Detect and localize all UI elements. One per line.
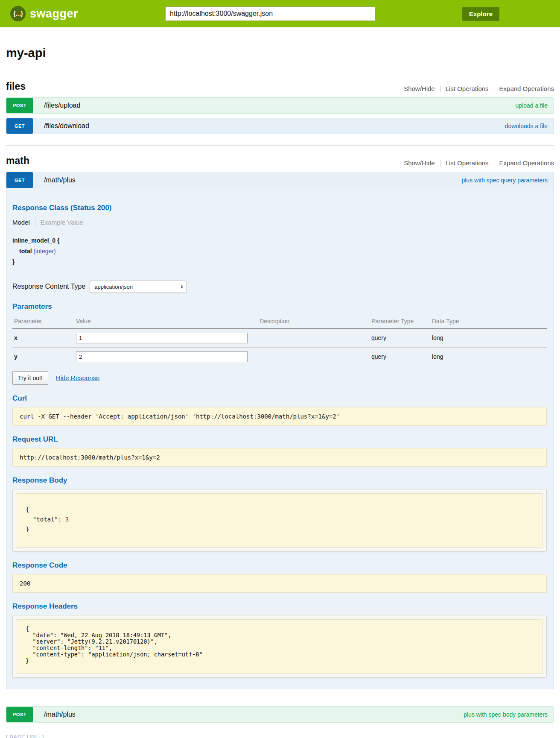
param-data-type-x: long <box>430 328 547 348</box>
param-row-y: y query long <box>12 347 547 366</box>
files-expand-operations-link[interactable]: Expand Operations <box>499 85 554 92</box>
brand-name: swagger <box>30 7 78 20</box>
files-section: files Show/Hide List Operations Expand O… <box>6 81 554 134</box>
section-divider <box>6 145 554 146</box>
response-class-heading: Response Class (Status 200) <box>12 204 547 212</box>
model-signature: inline_model_0 { total (integer) } <box>12 235 547 268</box>
explore-button[interactable]: Explore <box>462 7 499 21</box>
page-title: my-api <box>6 46 554 60</box>
tab-model[interactable]: Model <box>12 219 30 226</box>
operation-block-get-math-plus: GET /math/plus plus with spec query para… <box>6 172 554 689</box>
swagger-logo-icon: {…} <box>10 6 26 21</box>
endpoint-summary-get-math-plus[interactable]: plus with spec query parameters <box>461 172 548 188</box>
json-prefix: { "total": <box>26 506 65 523</box>
model-close: } <box>12 257 547 267</box>
math-list-operations-link[interactable]: List Operations <box>446 159 489 167</box>
math-expand-operations-link[interactable]: Expand Operations <box>499 159 554 167</box>
math-show-hide-link[interactable]: Show/Hide <box>404 159 435 167</box>
endpoint-path-files-upload[interactable]: /files/upload <box>44 98 515 113</box>
section-title-math: math <box>6 155 29 167</box>
response-content-type-label: Response Content Type <box>12 283 85 290</box>
parameters-table: Parameter Value Description Parameter Ty… <box>12 315 547 366</box>
param-data-type-y: long <box>430 347 547 366</box>
model-prop-name: total <box>19 248 32 255</box>
model-open: inline_model_0 { <box>12 235 547 246</box>
endpoint-row-get-math-plus[interactable]: GET /math/plus plus with spec query para… <box>6 172 554 188</box>
link-divider <box>494 160 494 167</box>
request-url-value: http://localhost:3000/math/plus?x=1&y=2 <box>12 448 547 467</box>
parameters-heading: Parameters <box>12 302 547 311</box>
col-header-parameter-type: Parameter Type <box>370 315 430 328</box>
link-divider <box>440 160 440 167</box>
url-input-wrap <box>78 6 462 21</box>
endpoint-row-post-math-plus[interactable]: POST /math/plus plus with spec body para… <box>6 706 554 723</box>
json-suffix: } <box>26 526 29 533</box>
spec-url-input[interactable] <box>165 6 375 21</box>
files-list-operations-link[interactable]: List Operations <box>446 85 489 92</box>
endpoint-summary-files-upload[interactable]: upload a file <box>515 98 548 113</box>
tab-divider <box>35 217 35 228</box>
endpoint-summary-files-download[interactable]: downloads a file <box>505 118 548 134</box>
try-it-out-button[interactable]: Try it out! <box>12 371 48 385</box>
operation-content: Response Class (Status 200) Model Exampl… <box>6 188 554 689</box>
response-content-type-select[interactable]: application/json ▲▼ <box>90 281 187 293</box>
endpoint-row-files-upload[interactable]: POST /files/upload upload a file <box>6 97 554 114</box>
method-badge-post: POST <box>6 98 33 113</box>
response-code-value: 200 <box>12 574 547 593</box>
math-section-links: Show/Hide List Operations Expand Operati… <box>404 159 554 167</box>
top-header: {…} swagger Explore <box>0 0 560 27</box>
response-code-heading: Response Code <box>12 561 547 570</box>
files-section-links: Show/Hide List Operations Expand Operati… <box>404 85 554 92</box>
response-body-json: { "total": 3 } <box>17 493 542 548</box>
col-header-data-type: Data Type <box>430 315 547 328</box>
endpoint-path-get-math-plus[interactable]: /math/plus <box>44 172 461 188</box>
param-name-y: y <box>12 347 74 366</box>
response-headers-container: { "date": "Wed, 22 Aug 2018 18:49:13 GMT… <box>12 615 547 678</box>
endpoint-summary-post-math-plus[interactable]: plus with spec body parameters <box>464 707 548 722</box>
model-prop-type: (integer) <box>33 248 55 255</box>
param-type-x: query <box>370 328 430 348</box>
section-title-files: files <box>6 81 26 92</box>
method-badge-get: GET <box>6 172 33 188</box>
param-description-x <box>258 328 370 348</box>
col-header-parameter: Parameter <box>12 315 74 328</box>
param-description-y <box>258 347 370 366</box>
select-arrows-icon: ▲▼ <box>180 284 183 289</box>
endpoint-row-files-download[interactable]: GET /files/download downloads a file <box>6 118 554 134</box>
curl-heading: Curl <box>12 394 547 403</box>
param-row-x: x query long <box>12 328 547 348</box>
json-number-value: 3 <box>65 516 69 523</box>
param-value-input-y[interactable] <box>76 351 248 362</box>
response-headers-heading: Response Headers <box>12 602 547 611</box>
col-header-description: Description <box>258 315 370 328</box>
swagger-brand[interactable]: {…} swagger <box>10 6 78 21</box>
files-show-hide-link[interactable]: Show/Hide <box>404 85 435 92</box>
param-type-y: query <box>370 347 430 366</box>
main-content: my-api files Show/Hide List Operations E… <box>6 46 554 738</box>
method-badge-post: POST <box>6 707 33 722</box>
base-url-label: [ BASE URL: ] <box>6 734 44 738</box>
link-divider <box>440 85 440 92</box>
request-url-heading: Request URL <box>12 435 547 444</box>
param-name-x: x <box>12 328 74 348</box>
link-divider <box>494 85 494 92</box>
tab-example-value[interactable]: Example Value <box>41 219 83 226</box>
response-body-heading: Response Body <box>12 476 547 485</box>
response-body-container: { "total": 3 } <box>12 489 547 552</box>
param-value-input-x[interactable] <box>76 333 248 343</box>
hide-response-link[interactable]: Hide Response <box>56 374 100 381</box>
endpoint-path-post-math-plus[interactable]: /math/plus <box>44 707 464 722</box>
model-tabs: Model Example Value <box>12 217 547 228</box>
response-headers-json: { "date": "Wed, 22 Aug 2018 18:49:13 GMT… <box>17 619 542 674</box>
endpoint-path-files-download[interactable]: /files/download <box>44 118 505 134</box>
math-section: math Show/Hide List Operations Expand Op… <box>6 155 554 723</box>
curl-command: curl -X GET --header 'Accept: applicatio… <box>12 407 547 426</box>
method-badge-get: GET <box>6 118 33 134</box>
col-header-value: Value <box>74 315 258 328</box>
page-footer: [ BASE URL: ] <box>6 734 554 738</box>
response-content-type-value: application/json <box>94 284 133 290</box>
